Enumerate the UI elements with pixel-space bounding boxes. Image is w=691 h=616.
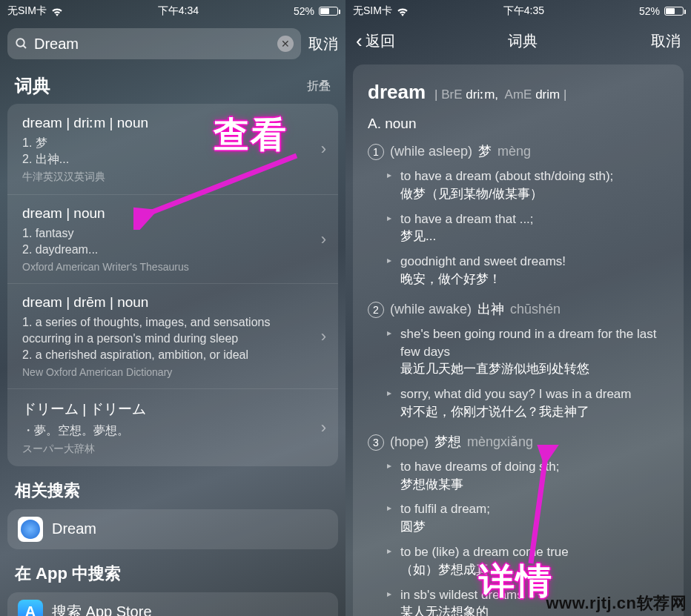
related-label: Dream [52,520,96,537]
result-line: 1. 梦 [22,135,321,151]
result-item[interactable]: ドリーム | ドリーム ・夢。空想。夢想。 スーパー大辞林 › [7,389,338,466]
svg-line-1 [23,45,26,48]
chevron-right-icon: › [321,230,326,249]
battery-icon [319,7,338,16]
result-line: 2. 出神... [22,151,321,168]
result-line: 2. a cherished aspiration, ambition, or … [22,347,321,363]
appstore-icon: A [18,600,43,616]
example: to have dreams of doing sth;梦想做某事 [387,458,669,494]
result-source: 牛津英汉汉英词典 [22,170,321,184]
nav-title: 词典 [508,31,538,51]
search-row: Dream ✕ 取消 [0,22,346,65]
search-input[interactable]: Dream ✕ [7,28,301,59]
related-section: 相关搜索 Dream [0,480,346,549]
sense-context: (while awake) [390,302,472,317]
example: to have a dream (about sth/doing sth);做梦… [387,168,669,203]
sense-gloss: 梦想 [434,433,461,451]
chevron-right-icon: › [321,327,326,346]
result-title: ドリーム | ドリーム [22,400,321,419]
cancel-button[interactable]: 取消 [651,31,681,51]
result-title: dream | driːm | noun [22,114,321,131]
result-item[interactable]: dream | noun 1. fantasy 2. daydream... O… [7,195,338,284]
time-text: 下午4:34 [158,4,199,18]
related-header: 相关搜索 [0,480,346,509]
headword: dream [368,81,426,104]
carrier-text: 无SIM卡 [7,4,47,18]
sense-pinyin: chūshén [510,302,561,317]
sense-gloss: 梦 [478,142,492,160]
example: to be (like) a dream come true（如）梦想成真 [387,543,669,579]
status-bar: 无SIM卡 下午4:35 52% [346,0,691,22]
example: she's been going round in a dream for th… [387,325,669,378]
time-text: 下午4:35 [503,4,544,18]
wifi-icon [51,7,63,16]
app-search-item[interactable]: A 搜索 App Store [7,592,338,616]
back-button[interactable]: ‹ 返回 [356,30,395,53]
sense: 2 (while awake) 出神 chūshén she's been go… [368,300,669,421]
dictionary-results: dream | driːm | noun 1. 梦 2. 出神... 牛津英汉汉… [7,104,338,466]
collapse-button[interactable]: 折叠 [307,79,331,94]
related-item[interactable]: Dream [7,509,338,549]
sense-gloss: 出神 [477,300,504,318]
battery-text: 52% [294,5,314,17]
example: to have a dream that ...;梦见... [387,211,669,246]
left-screenshot: 无SIM卡 下午4:34 52% Dream ✕ 取消 词典 折叠 dream … [0,0,346,616]
chevron-right-icon: › [321,418,326,437]
definition-card[interactable]: dream | BrE driːm, AmE drim | A. noun 1 … [353,64,684,616]
nav-bar: ‹ 返回 词典 取消 [346,22,691,60]
section-title: 词典 [15,74,50,98]
pronunciation: | BrE driːm, AmE drim | [434,87,566,102]
chevron-right-icon: › [321,139,326,159]
result-line: 1. fantasy [22,225,321,242]
svg-point-0 [16,39,24,47]
result-source: Oxford American Writer's Thesaurus [22,261,321,273]
example: to fulfil a dream;圆梦 [387,500,669,536]
result-title: dream | noun [22,205,321,222]
back-label: 返回 [366,31,395,51]
clear-button[interactable]: ✕ [277,36,294,52]
part-of-speech: A. noun [368,116,669,132]
result-line: 2. daydream... [22,242,321,258]
right-screenshot: 无SIM卡 下午4:35 52% ‹ 返回 词典 取消 dream | BrE … [346,0,691,616]
result-source: New Oxford American Dictionary [22,366,321,378]
wifi-icon [397,7,409,16]
cancel-button[interactable]: 取消 [308,34,338,54]
dictionary-section-header: 词典 折叠 [0,65,346,104]
result-title: dream | drēm | noun [22,294,321,311]
carrier-text: 无SIM卡 [353,4,392,18]
battery-icon [664,7,684,16]
result-source: スーパー大辞林 [22,443,321,456]
result-line: ・夢。空想。夢想。 [22,423,321,439]
sense: 1 (while asleep) 梦 mèng to have a dream … [368,142,669,288]
headword-row: dream | BrE driːm, AmE drim | [368,81,669,104]
sense-number: 1 [368,144,384,160]
result-item[interactable]: dream | drēm | noun 1. a series of thoug… [7,284,338,389]
sense: 3 (hope) 梦想 mèngxiǎng to have dreams of … [368,433,669,616]
search-text: Dream [34,36,271,53]
app-search-section: 在 App 中搜索 A 搜索 App Store [0,563,346,616]
example: in sb's wildest dreams某人无法想象的 [387,586,669,616]
sense-pinyin: mèng [497,144,531,159]
result-item[interactable]: dream | driːm | noun 1. 梦 2. 出神... 牛津英汉汉… [7,104,338,195]
example: sorry, what did you say? I was in a drea… [387,385,669,421]
search-icon [15,37,28,50]
app-search-header: 在 App 中搜索 [0,563,346,592]
safari-icon [18,517,43,542]
result-line: 1. a series of thoughts, images, and sen… [22,314,321,346]
status-bar: 无SIM卡 下午4:34 52% [0,0,346,22]
sense-pinyin: mèngxiǎng [467,434,533,450]
sense-number: 2 [368,302,384,318]
battery-text: 52% [639,5,660,17]
app-search-label: 搜索 App Store [52,602,152,616]
sense-context: (while asleep) [390,144,472,159]
sense-number: 3 [368,434,384,451]
sense-context: (hope) [390,434,429,450]
chevron-left-icon: ‹ [356,30,363,53]
example: goodnight and sweet dreams!晚安，做个好梦！ [387,253,669,288]
